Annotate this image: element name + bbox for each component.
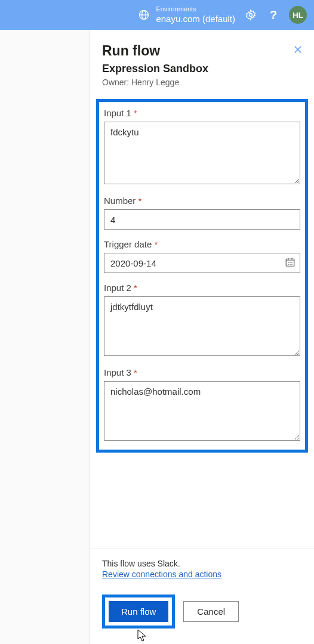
flow-name: Expression Sandbox	[102, 63, 302, 75]
panel-body: Input 1 * Number * Trigger date *	[90, 93, 314, 549]
required-marker: *	[134, 283, 137, 293]
app-header: Environments enayu.com (default) ? HL	[0, 0, 314, 30]
settings-button[interactable]	[244, 8, 258, 22]
gear-icon	[245, 9, 257, 21]
run-flow-highlight: Run flow	[102, 595, 175, 628]
panel-title: Run flow	[102, 43, 302, 59]
panel-header: Run flow Expression Sandbox Owner: Henry…	[90, 30, 314, 93]
required-marker: *	[155, 239, 158, 249]
required-marker: *	[134, 108, 137, 118]
input2-textarea[interactable]	[104, 296, 300, 356]
field-input3: Input 3 *	[104, 367, 300, 442]
cancel-button[interactable]: Cancel	[183, 601, 239, 622]
required-marker: *	[138, 196, 142, 206]
required-marker: *	[134, 367, 137, 377]
input1-textarea[interactable]	[104, 122, 300, 184]
close-icon	[293, 44, 303, 55]
field-input2: Input 2 *	[104, 283, 300, 358]
input3-textarea[interactable]	[104, 381, 300, 441]
number-input[interactable]	[104, 209, 300, 230]
environment-icon	[138, 9, 150, 21]
run-flow-button[interactable]: Run flow	[109, 601, 168, 622]
field-label-input3: Input 3 *	[104, 367, 300, 377]
environment-picker[interactable]: Environments enayu.com (default)	[138, 5, 235, 24]
field-label-input1: Input 1 *	[104, 108, 300, 118]
button-row: Run flow Cancel	[102, 595, 302, 628]
field-trigger-date: Trigger date *	[104, 239, 300, 273]
field-label-trigger-date: Trigger date *	[104, 239, 300, 249]
user-avatar[interactable]: HL	[289, 6, 307, 24]
review-connections-link[interactable]: Review connections and actions	[102, 569, 221, 579]
environment-name: enayu.com (default)	[156, 14, 235, 24]
avatar-initials: HL	[293, 11, 303, 20]
panel-footer: This flow uses Slack. Review connections…	[90, 549, 314, 644]
question-icon: ?	[270, 8, 277, 22]
environment-label: Environments	[156, 5, 235, 13]
flow-owner: Owner: Henry Legge	[102, 78, 302, 87]
run-flow-panel: Run flow Expression Sandbox Owner: Henry…	[90, 30, 314, 644]
field-input1: Input 1 *	[104, 108, 300, 186]
field-number: Number *	[104, 196, 300, 230]
svg-point-2	[250, 14, 253, 17]
trigger-date-input[interactable]	[104, 253, 300, 273]
inputs-highlight: Input 1 * Number * Trigger date *	[96, 99, 308, 453]
field-label-input2: Input 2 *	[104, 283, 300, 293]
help-button[interactable]: ?	[266, 8, 281, 22]
uses-text: This flow uses Slack.	[102, 559, 302, 568]
close-button[interactable]	[291, 43, 304, 56]
field-label-number: Number *	[104, 196, 300, 206]
